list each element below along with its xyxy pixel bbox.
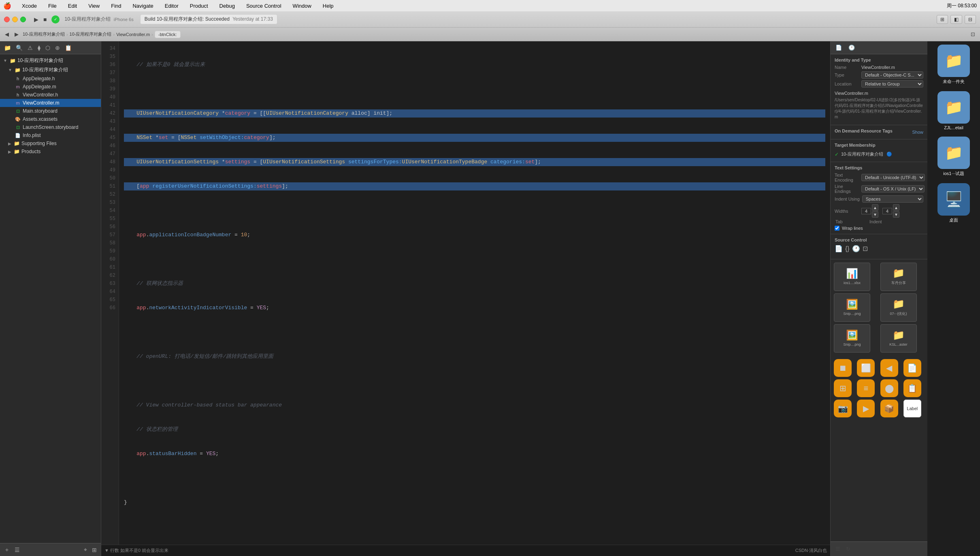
sidebar-item-viewcontroller-h[interactable]: h ViewController.h — [0, 91, 101, 99]
sidebar-test-icon[interactable]: ⧫ — [37, 44, 41, 52]
breadcrumb-project[interactable]: 10-应用程序对象介绍 — [23, 31, 65, 37]
sidebar-search-icon[interactable]: 🔍 — [15, 44, 23, 52]
rp-clock-icon[interactable]: 🕐 — [847, 44, 856, 51]
widget-play-icon[interactable]: ▶ — [857, 400, 875, 417]
encoding-select[interactable]: Default - Unicode (UTF-8) — [861, 174, 925, 181]
sidebar-debug-icon[interactable]: ⬡ — [45, 44, 51, 52]
sc-file-icon[interactable]: 📄 — [835, 245, 843, 252]
sidebar-item-appdelegate-h[interactable]: h AppDelegate.h — [0, 75, 101, 83]
line-endings-row: Line Endings Default - OS X / Unix (LF) — [835, 184, 923, 194]
indent-width-stepper[interactable]: ▲ ▼ — [882, 204, 899, 218]
sidebar-item-appdelegate-m[interactable]: m AppDelegate.m — [0, 83, 101, 91]
widget-camera-icon[interactable]: 📷 — [834, 400, 852, 417]
tab-width-up[interactable]: ▲ — [872, 204, 878, 211]
apple-menu[interactable]: 🍎 — [3, 2, 11, 10]
nav-back[interactable]: ◀ — [3, 30, 11, 38]
sc-history-icon[interactable]: 🕐 — [852, 245, 860, 252]
breadcrumb-file[interactable]: ViewController.m — [116, 32, 150, 37]
menu-find[interactable]: Find — [109, 2, 124, 10]
widget-doc-icon[interactable]: 📄 — [903, 359, 921, 377]
view-toggle-editor[interactable]: ◧ — [950, 15, 962, 24]
view-toggle-left[interactable]: ⊞ — [937, 15, 948, 24]
menu-editor[interactable]: Editor — [162, 2, 181, 10]
thumbnail-snip1[interactable]: 🖼️ Snip....png — [834, 293, 870, 322]
location-select[interactable]: Relative to Group — [861, 80, 923, 88]
sidebar-list-icon[interactable]: ☰ — [14, 546, 21, 554]
sidebar-item-root[interactable]: ▼ 📁 10-应用程序对象介绍 — [0, 56, 101, 65]
breadcrumb-folder[interactable]: 10-应用程序对象介绍 — [70, 31, 112, 37]
code-content[interactable]: 343536373839 404142434445 464748495051 5… — [101, 41, 830, 545]
menu-file[interactable]: File — [46, 2, 59, 10]
menu-edit[interactable]: Edit — [66, 2, 79, 10]
sidebar-item-main-storyboard[interactable]: ⊡ Main.storyboard — [0, 107, 101, 115]
menu-window[interactable]: Window — [290, 2, 314, 10]
thumbnail-folder3[interactable]: 📁 KSL...aster — [880, 324, 917, 353]
menu-help[interactable]: Help — [320, 2, 336, 10]
sidebar-item-viewcontroller-m[interactable]: m ViewController.m — [0, 99, 101, 107]
show-link[interactable]: Show — [912, 130, 923, 135]
menu-source-control[interactable]: Source Control — [244, 2, 284, 10]
indent-width-up[interactable]: ▲ — [893, 204, 899, 211]
menu-product[interactable]: Product — [187, 2, 211, 10]
sidebar-item-launch-storyboard[interactable]: ⊡ LaunchScreen.storyboard — [0, 123, 101, 131]
widget-list-icon[interactable]: ≡ — [857, 379, 875, 397]
close-button[interactable] — [4, 17, 10, 22]
widget-board-icon[interactable]: 📋 — [903, 379, 921, 397]
assistant-editor[interactable]: ⊡ — [969, 30, 977, 38]
tab-width-down[interactable]: ▼ — [872, 211, 878, 218]
sidebar-source-icon[interactable]: ⊕ — [54, 44, 61, 52]
widget-label-icon[interactable]: Label — [903, 400, 921, 417]
widget-grid-icon[interactable]: ⊞ — [834, 379, 852, 397]
menu-debug[interactable]: Debug — [217, 2, 237, 10]
maximize-button[interactable] — [20, 17, 26, 22]
menu-view[interactable]: View — [86, 2, 102, 10]
sidebar-filter-icon[interactable]: ⌖ — [83, 545, 88, 554]
sidebar-folder-icon[interactable]: 📁 — [3, 44, 12, 52]
widget-stop-icon[interactable]: ⏹ — [834, 359, 852, 377]
widget-circle-icon[interactable]: ⬤ — [880, 379, 898, 397]
add-file-button[interactable]: ＋ — [3, 545, 11, 554]
widget-rect-icon[interactable]: ⬜ — [857, 359, 875, 377]
desktop-icon-folder3[interactable]: 📁 ios1···试题 — [931, 137, 977, 177]
sidebar-item-subgroup[interactable]: ▼ 📁 10-应用程序对象介绍 — [0, 65, 101, 75]
sc-code-icon[interactable]: {} — [845, 245, 850, 252]
line-endings-select[interactable]: Default - OS X / Unix (LF) — [861, 185, 925, 192]
menu-xcode[interactable]: Xcode — [19, 2, 39, 10]
indent-width-down[interactable]: ▼ — [893, 211, 899, 218]
desktop-icon-desktop[interactable]: 🖥️ 桌面 — [931, 183, 977, 223]
type-select[interactable]: Default - Objective-C S... — [861, 71, 923, 79]
thumbnail-xlsx[interactable]: 📊 ios1....xlsx — [834, 263, 870, 291]
tab-width-input[interactable] — [861, 208, 871, 214]
sc-compare-icon[interactable]: ⊡ — [863, 245, 868, 252]
tab-width-stepper[interactable]: ▲ ▼ — [861, 204, 878, 218]
view-toggle-right[interactable]: ⊟ — [965, 15, 976, 24]
thumbnail-snip2[interactable]: 🖼️ Snip....png — [834, 324, 870, 353]
widget-back-icon[interactable]: ◀ — [880, 359, 898, 377]
sidebar-item-supporting-files[interactable]: ▶ 📁 Supporting Files — [0, 139, 101, 148]
sidebar-report-icon[interactable]: 📋 — [64, 44, 72, 52]
thumbnail-folder2[interactable]: 📁 07-··(优化) — [880, 293, 917, 322]
wrap-lines-checkbox[interactable] — [835, 226, 839, 231]
menu-navigate[interactable]: Navigate — [130, 2, 156, 10]
sidebar-item-info-plist[interactable]: 📄 Info.plist — [0, 131, 101, 139]
nav-forward[interactable]: ▶ — [13, 30, 20, 38]
desktop-icon-folder1[interactable]: 📁 未命···件夹 — [931, 45, 977, 85]
desktop-right: 📁 未命···件夹 📁 ZJL...etail 📁 ios1···试题 🖥️ 桌… — [927, 41, 980, 556]
stop-button[interactable]: ■ — [42, 15, 48, 24]
minimize-button[interactable] — [12, 17, 18, 22]
sidebar-warning-icon[interactable]: ⚠ — [27, 44, 34, 52]
indent-using-select[interactable]: Spaces — [862, 195, 923, 203]
breadcrumb-method[interactable]: -btnClick: — [155, 31, 181, 38]
thumbnail-folder1[interactable]: 📁 车丹分享 — [880, 263, 917, 291]
desktop-icon-folder2[interactable]: 📁 ZJL...etail — [931, 91, 977, 130]
sidebar-item-assets[interactable]: 🎨 Assets.xcassets — [0, 115, 101, 123]
rp-bottom-list[interactable]: ☰ — [834, 545, 842, 553]
sidebar-expand-icon[interactable]: ⊞ — [91, 546, 98, 554]
rp-file-icon[interactable]: 📄 — [834, 44, 844, 51]
run-button[interactable]: ▶ — [32, 15, 40, 24]
widget-box-icon[interactable]: 📦 — [880, 400, 898, 417]
indent-width-input[interactable] — [882, 208, 892, 214]
code-lines[interactable]: // 如果不是0 就会显示出来 UIUserNotificationCatego… — [119, 41, 830, 545]
rp-bottom-refresh[interactable]: ↻ — [844, 545, 852, 553]
sidebar-item-products[interactable]: ▶ 📁 Products — [0, 148, 101, 156]
